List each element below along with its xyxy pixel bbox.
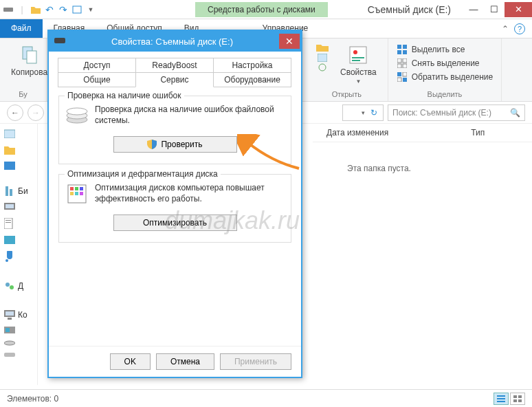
tab-file[interactable]: Файл <box>0 19 43 38</box>
select-all-button[interactable]: Выделить все <box>397 44 494 55</box>
svg-rect-56 <box>75 192 78 195</box>
maximize-button[interactable]: ☐ <box>484 2 505 17</box>
sidebar-item[interactable] <box>0 128 37 139</box>
svg-rect-42 <box>497 401 505 402</box>
sidebar-item[interactable] <box>0 250 37 263</box>
column-type[interactable]: Тип <box>471 128 485 138</box>
properties-label: Свойства <box>340 67 377 77</box>
dialog-titlebar[interactable]: Свойства: Съемный диск (E:) ✕ <box>49 31 301 52</box>
details-view-button[interactable] <box>494 393 509 405</box>
copy-button[interactable]: Копирова <box>7 41 52 80</box>
sidebar-computer[interactable]: Ко <box>0 309 37 320</box>
disk-check-icon <box>66 104 88 126</box>
svg-rect-43 <box>513 395 517 398</box>
error-check-group: Проверка на наличие ошибок Проверка диск… <box>58 96 291 164</box>
error-check-legend: Проверка на наличие ошибок <box>65 91 184 100</box>
forward-button[interactable]: → <box>27 104 44 121</box>
apply-button[interactable]: Применить <box>220 353 291 370</box>
search-placeholder: Поиск: Съемный диск (E:) <box>392 108 506 118</box>
sidebar-item[interactable] <box>0 202 37 212</box>
tab-access[interactable]: Доступ <box>58 58 136 73</box>
qat-dropdown-icon[interactable]: ▼ <box>85 4 96 15</box>
window-titlebar: | ↶ ↷ ▼ Средства работы с дисками Съемны… <box>0 0 532 19</box>
back-button[interactable]: ← <box>7 104 23 121</box>
dialog-tabs: Доступ ReadyBoost Настройка Общие Сервис… <box>58 58 291 87</box>
select-all-icon <box>397 44 408 55</box>
svg-rect-23 <box>4 162 15 170</box>
folder-icon[interactable] <box>30 4 41 15</box>
svg-rect-54 <box>80 187 83 190</box>
svg-point-5 <box>319 64 326 71</box>
redo-icon[interactable]: ↷ <box>58 4 69 15</box>
svg-rect-25 <box>5 204 14 208</box>
svg-rect-14 <box>397 58 401 63</box>
tab-hardware[interactable]: Оборудование <box>213 72 291 87</box>
cancel-button[interactable]: Отмена <box>156 353 214 370</box>
history-icon[interactable] <box>314 63 331 72</box>
tab-customize[interactable]: Настройка <box>213 58 291 73</box>
properties-dialog: Свойства: Съемный диск (E:) ✕ Доступ Rea… <box>47 30 302 378</box>
clear-selection-icon <box>397 58 408 69</box>
svg-rect-27 <box>5 220 11 221</box>
sidebar-item[interactable] <box>0 235 37 245</box>
defrag-icon <box>66 183 88 205</box>
search-icon[interactable]: 🔍 <box>510 108 520 118</box>
collapse-ribbon-icon[interactable]: ⌃ <box>502 24 509 34</box>
sidebar-item[interactable] <box>0 352 37 359</box>
close-button[interactable]: ✕ <box>505 2 532 17</box>
ribbon-group-label: Выделить <box>395 89 495 100</box>
refresh-icon[interactable]: ↻ <box>368 108 380 118</box>
ribbon-group-label: Открыть <box>313 89 381 100</box>
sidebar-homegroup[interactable]: Д <box>0 280 37 292</box>
properties-button[interactable]: Свойства ▼ <box>336 41 381 87</box>
sidebar-item[interactable] <box>0 217 37 230</box>
icons-view-button[interactable] <box>510 393 525 405</box>
dialog-close-button[interactable]: ✕ <box>279 34 300 49</box>
window-title: Съемный диск (E:) <box>328 4 463 15</box>
svg-rect-53 <box>75 187 78 190</box>
svg-rect-16 <box>397 64 401 68</box>
ribbon-group-open: Свойства ▼ Открыть <box>306 38 388 101</box>
breadcrumb-dropdown-icon[interactable]: ▾ <box>359 109 368 116</box>
sidebar-item[interactable] <box>0 144 37 155</box>
sidebar-library[interactable]: Би <box>0 186 37 197</box>
optimize-legend: Оптимизация и дефрагментация диска <box>65 169 221 179</box>
undo-icon[interactable]: ↶ <box>44 4 55 15</box>
edit-icon[interactable] <box>314 54 331 62</box>
clear-selection-button[interactable]: Снять выделение <box>397 58 494 69</box>
tab-general[interactable]: Общие <box>58 72 136 87</box>
svg-rect-44 <box>518 395 522 398</box>
invert-selection-label: Обратить выделение <box>412 72 494 82</box>
ok-button[interactable]: OK <box>110 353 151 370</box>
sidebar-item[interactable] <box>0 161 37 170</box>
svg-rect-21 <box>403 78 407 82</box>
contextual-tab[interactable]: Средства работы с дисками <box>195 2 328 17</box>
svg-rect-22 <box>4 130 15 138</box>
column-date[interactable]: Дата изменения <box>326 128 388 138</box>
sidebar-item[interactable] <box>0 340 37 346</box>
sidebar-item[interactable] <box>0 326 37 334</box>
address-bar[interactable]: ▾ ↻ <box>342 104 384 121</box>
svg-rect-11 <box>403 45 407 49</box>
check-button-label: Проверить <box>161 140 202 149</box>
error-check-text: Проверка диска на наличие ошибок файлово… <box>95 104 284 126</box>
properties-qat-icon[interactable] <box>71 4 82 15</box>
minimize-button[interactable]: — <box>463 2 484 17</box>
svg-point-30 <box>5 259 8 262</box>
svg-rect-40 <box>497 395 505 397</box>
svg-rect-34 <box>5 311 14 316</box>
open-icon[interactable] <box>314 44 331 52</box>
svg-rect-3 <box>27 51 36 63</box>
optimize-button[interactable]: Оптимизировать <box>113 214 237 231</box>
svg-rect-9 <box>352 60 360 61</box>
help-icon[interactable]: ? <box>514 23 525 34</box>
tab-tools[interactable]: Сервис <box>135 72 214 87</box>
svg-rect-26 <box>4 218 12 229</box>
dialog-footer: OK Отмена Применить <box>49 346 301 377</box>
svg-rect-0 <box>3 8 13 12</box>
empty-folder-message: Эта папка пуста. <box>347 164 411 173</box>
tab-readyboost[interactable]: ReadyBoost <box>135 58 214 73</box>
invert-selection-button[interactable]: Обратить выделение <box>397 72 494 82</box>
check-button[interactable]: Проверить <box>113 136 237 153</box>
search-input[interactable]: Поиск: Съемный диск (E:) 🔍 <box>388 104 525 121</box>
